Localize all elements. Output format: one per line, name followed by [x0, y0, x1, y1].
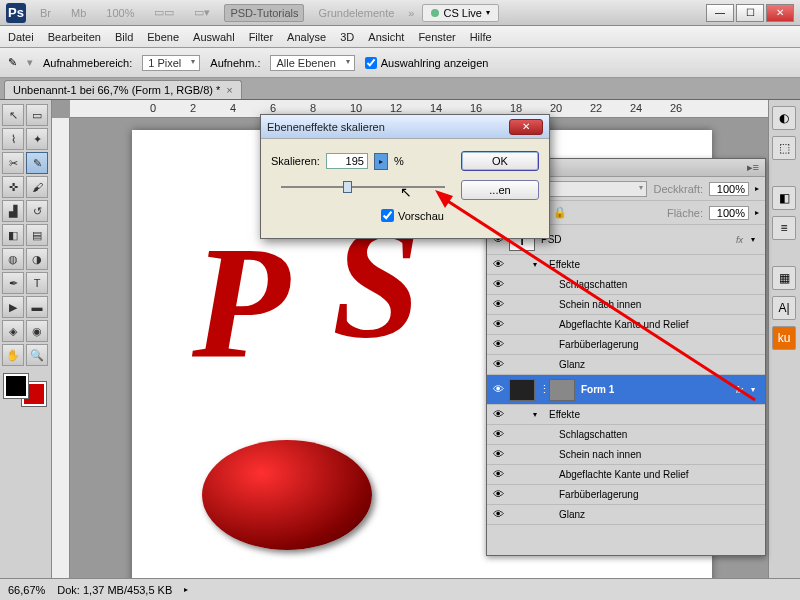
cancel-button[interactable]: ...en [461, 180, 539, 200]
screen-mode[interactable]: ▭▾ [188, 3, 216, 22]
dialog-close-button[interactable]: ✕ [509, 119, 543, 135]
document-tab[interactable]: Unbenannt-1 bei 66,7% (Form 1, RGB/8) * … [4, 80, 242, 99]
scale-effects-dialog: Ebeneneffekte skalieren ✕ Skalieren: 195… [260, 114, 550, 239]
blur-tool[interactable]: ◍ [2, 248, 24, 270]
foreground-color[interactable] [4, 374, 28, 398]
eyedropper-icon: ✎ [8, 56, 17, 69]
eyedropper-tool[interactable]: ✎ [26, 152, 48, 174]
3d-tool[interactable]: ◈ [2, 320, 24, 342]
panel-menu-icon[interactable]: ▸≡ [747, 161, 759, 174]
maximize-button[interactable]: ☐ [736, 4, 764, 22]
slider-thumb[interactable] [343, 181, 352, 193]
layer-row[interactable]: 👁Abgeflachte Kante und Relief [487, 465, 765, 485]
preview-checkbox[interactable]: Vorschau [381, 209, 539, 222]
ruler-vertical[interactable] [52, 118, 70, 578]
scale-slider[interactable] [281, 179, 445, 195]
menu-3d[interactable]: 3D [340, 31, 354, 43]
opacity-label: Deckkraft: [653, 183, 703, 195]
sample-layers-combo[interactable]: Alle Ebenen [270, 55, 354, 71]
dock-swatches-icon[interactable]: ⬚ [772, 136, 796, 160]
workspace-label[interactable]: Grundelemente [312, 4, 400, 22]
zoom-preset[interactable]: 100% [100, 4, 140, 22]
scale-label: Skalieren: [271, 155, 320, 167]
menu-ansicht[interactable]: Ansicht [368, 31, 404, 43]
menu-ebene[interactable]: Ebene [147, 31, 179, 43]
dodge-tool[interactable]: ◑ [26, 248, 48, 270]
menu-fenster[interactable]: Fenster [418, 31, 455, 43]
lock-all-icon[interactable]: 🔒 [553, 206, 567, 219]
layer-row-selected[interactable]: 👁⋮Form 1fx▾ [487, 375, 765, 405]
doc-size[interactable]: Dok: 1,37 MB/453,5 KB [57, 584, 172, 596]
hand-tool[interactable]: ✋ [2, 344, 24, 366]
view-arrange[interactable]: ▭▭ [148, 3, 180, 22]
minimize-button[interactable]: — [706, 4, 734, 22]
menu-hilfe[interactable]: Hilfe [470, 31, 492, 43]
menu-bearbeiten[interactable]: Bearbeiten [48, 31, 101, 43]
app-icon: Ps [6, 3, 26, 23]
path-select-tool[interactable]: ▶ [2, 296, 24, 318]
layer-row[interactable]: 👁Abgeflachte Kante und Relief [487, 315, 765, 335]
layer-row[interactable]: 👁Schein nach innen [487, 445, 765, 465]
marquee-tool[interactable]: ▭ [26, 104, 48, 126]
menu-datei[interactable]: Datei [8, 31, 34, 43]
scale-input[interactable]: 195 [326, 153, 368, 169]
doc-label[interactable]: PSD-Tutorials [224, 4, 304, 22]
ok-button[interactable]: OK [461, 151, 539, 171]
shape-tool[interactable]: ▬ [26, 296, 48, 318]
sample-size-combo[interactable]: 1 Pixel [142, 55, 200, 71]
tab-close-icon[interactable]: × [226, 84, 232, 96]
3d-camera-tool[interactable]: ◉ [26, 320, 48, 342]
layer-row[interactable]: 👁Schlagschatten [487, 275, 765, 295]
layer-row[interactable]: 👁Glanz [487, 505, 765, 525]
type-tool[interactable]: T [26, 272, 48, 294]
eraser-tool[interactable]: ◧ [2, 224, 24, 246]
fill-label: Fläche: [667, 207, 703, 219]
dock-kuler-icon[interactable]: ku [772, 326, 796, 350]
fill-value[interactable]: 100% [709, 206, 749, 220]
dock-color-icon[interactable]: ◐ [772, 106, 796, 130]
pen-tool[interactable]: ✒ [2, 272, 24, 294]
layer-row[interactable]: 👁Farbüberlagerung [487, 335, 765, 355]
dock-character-icon[interactable]: A| [772, 296, 796, 320]
more-icon[interactable]: » [408, 7, 414, 19]
wand-tool[interactable]: ✦ [26, 128, 48, 150]
minibridge-button[interactable]: Mb [65, 4, 92, 22]
bridge-button[interactable]: Br [34, 4, 57, 22]
gradient-tool[interactable]: ▤ [26, 224, 48, 246]
heal-tool[interactable]: ✜ [2, 176, 24, 198]
lasso-tool[interactable]: ⌇ [2, 128, 24, 150]
layer-row[interactable]: 👁▾Effekte [487, 255, 765, 275]
menu-filter[interactable]: Filter [249, 31, 273, 43]
options-bar: ✎ ▾ Aufnahmebereich: 1 Pixel Aufnehm.: A… [0, 48, 800, 78]
dock-adjust-icon[interactable]: ◧ [772, 186, 796, 210]
dock-layers-icon[interactable]: ▦ [772, 266, 796, 290]
stamp-tool[interactable]: ▟ [2, 200, 24, 222]
sample-size-label: Aufnahmebereich: [43, 57, 132, 69]
dock-masks-icon[interactable]: ≡ [772, 216, 796, 240]
color-swatches[interactable] [2, 372, 48, 408]
status-dot-icon [431, 9, 439, 17]
layers-list[interactable]: 👁TPSDfx▾ 👁▾Effekte 👁Schlagschatten 👁Sche… [487, 225, 765, 525]
history-brush-tool[interactable]: ↺ [26, 200, 48, 222]
crop-tool[interactable]: ✂ [2, 152, 24, 174]
sample-ring-checkbox[interactable]: Auswahlring anzeigen [365, 57, 489, 69]
move-tool[interactable]: ↖ [2, 104, 24, 126]
brush-tool[interactable]: 🖌 [26, 176, 48, 198]
menu-bild[interactable]: Bild [115, 31, 133, 43]
tab-title: Unbenannt-1 bei 66,7% (Form 1, RGB/8) * [13, 84, 220, 96]
zoom-level[interactable]: 66,67% [8, 584, 45, 596]
scale-spinner[interactable]: ▸ [374, 153, 388, 170]
layer-row[interactable]: 👁Farbüberlagerung [487, 485, 765, 505]
layer-row[interactable]: 👁▾Effekte [487, 405, 765, 425]
layer-row[interactable]: 👁Schlagschatten [487, 425, 765, 445]
menu-analyse[interactable]: Analyse [287, 31, 326, 43]
close-button[interactable]: ✕ [766, 4, 794, 22]
dialog-titlebar[interactable]: Ebeneneffekte skalieren ✕ [261, 115, 549, 139]
menu-auswahl[interactable]: Auswahl [193, 31, 235, 43]
cslive-button[interactable]: CS Live▾ [422, 4, 499, 22]
percent-label: % [394, 155, 404, 167]
zoom-tool[interactable]: 🔍 [26, 344, 48, 366]
layer-row[interactable]: 👁Glanz [487, 355, 765, 375]
layer-row[interactable]: 👁Schein nach innen [487, 295, 765, 315]
opacity-value[interactable]: 100% [709, 182, 749, 196]
